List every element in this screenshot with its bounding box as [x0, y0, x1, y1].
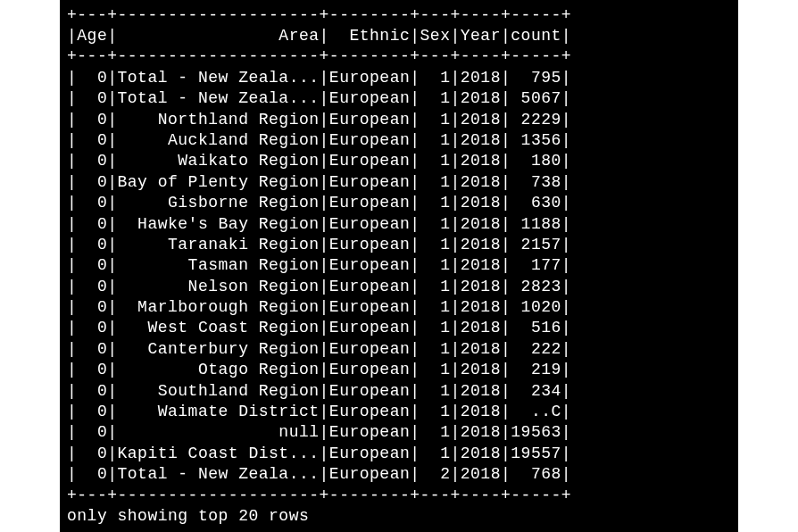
table-row: | 0| Waimate District|European| 1|2018| … — [67, 402, 731, 422]
table-header-row: |Age| Area| Ethnic|Sex|Year|count| — [67, 26, 731, 46]
table-row: | 0| null|European| 1|2018|19563| — [67, 422, 731, 443]
table-row: | 0| Waikato Region|European| 1|2018| 18… — [67, 151, 731, 171]
table-row: | 0|Bay of Plenty Region|European| 1|201… — [67, 172, 731, 193]
table-footer-note: only showing top 20 rows — [67, 506, 731, 527]
table-row: | 0| Auckland Region|European| 1|2018| 1… — [67, 130, 731, 151]
table-row: | 0| Marlborough Region|European| 1|2018… — [67, 297, 731, 318]
table-row: | 0| Gisborne Region|European| 1|2018| 6… — [67, 193, 731, 213]
table-row: | 0| Otago Region|European| 1|2018| 219| — [67, 360, 731, 380]
table-border-bot: +---+--------------------+--------+---+-… — [67, 486, 731, 506]
table-row: | 0|Total - New Zeala...|European| 2|201… — [67, 464, 731, 485]
table-row: | 0| Canterbury Region|European| 1|2018|… — [67, 339, 731, 360]
table-border-top: +---+--------------------+--------+---+-… — [67, 5, 731, 26]
table-row: | 0| Taranaki Region|European| 1|2018| 2… — [67, 235, 731, 255]
terminal-output: +---+--------------------+--------+---+-… — [60, 0, 738, 532]
table-row: | 0| Southland Region|European| 1|2018| … — [67, 381, 731, 402]
table-row: | 0| West Coast Region|European| 1|2018|… — [67, 318, 731, 338]
table-border-mid: +---+--------------------+--------+---+-… — [67, 46, 731, 67]
table-row: | 0|Total - New Zeala...|European| 1|201… — [67, 88, 731, 109]
table-row: | 0|Total - New Zeala...|European| 1|201… — [67, 68, 731, 88]
table-row: | 0| Northland Region|European| 1|2018| … — [67, 110, 731, 130]
table-row: | 0| Tasman Region|European| 1|2018| 177… — [67, 255, 731, 276]
table-row: | 0|Kapiti Coast Dist...|European| 1|201… — [67, 444, 731, 464]
table-row: | 0| Nelson Region|European| 1|2018| 282… — [67, 277, 731, 297]
table-row: | 0| Hawke's Bay Region|European| 1|2018… — [67, 214, 731, 235]
